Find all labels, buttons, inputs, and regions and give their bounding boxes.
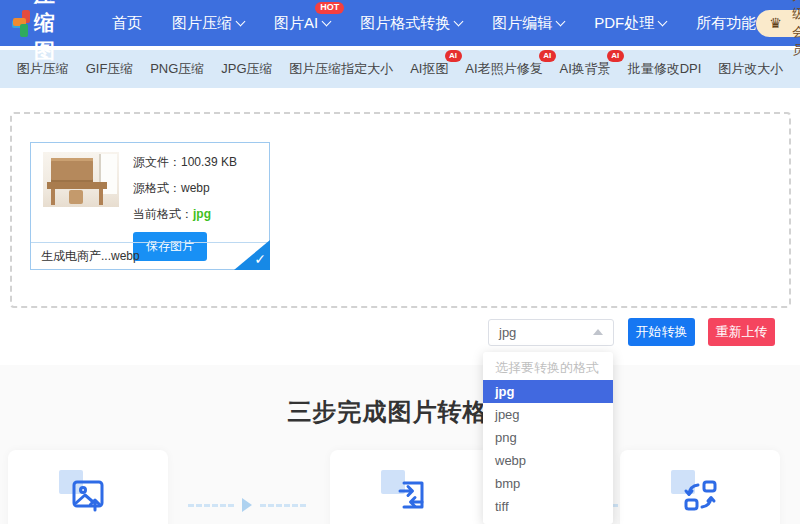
brand-name: 压缩图 <box>34 0 70 65</box>
subnav-ai-photo-restore[interactable]: AI老照片修复AI <box>465 60 542 78</box>
brand-plus-icon <box>12 10 26 37</box>
top-navbar: 压缩图 首页 图片压缩 图片AI HOT 图片格式转换 图片编辑 PDF处理 所… <box>0 0 800 46</box>
format-select-value: jpg <box>499 325 516 340</box>
nav-label: 图片压缩 <box>172 14 232 33</box>
subnav-compress-to-size[interactable]: 图片压缩指定大小 <box>289 60 393 78</box>
tools-subnav: 图片压缩 GIF压缩 PNG压缩 JPG压缩 图片压缩指定大小 AI抠图AI A… <box>0 50 800 88</box>
chevron-down-icon <box>556 16 566 26</box>
subnav-jpg-compress[interactable]: JPG压缩 <box>221 60 272 78</box>
format-select[interactable]: jpg <box>488 319 614 346</box>
file-name: 生成电商产...webp <box>41 248 140 265</box>
main-nav: 首页 图片压缩 图片AI HOT 图片格式转换 图片编辑 PDF处理 所有功能 <box>112 14 756 33</box>
subnav-ai-cutout[interactable]: AI抠图AI <box>410 60 448 78</box>
nav-label: 图片编辑 <box>492 14 552 33</box>
subnav-batch-dpi[interactable]: 批量修改DPI <box>628 60 702 78</box>
step-card-convert: 开始转换 <box>620 450 780 524</box>
crown-icon: ♛ <box>769 15 782 31</box>
subnav-label: PNG压缩 <box>150 61 204 76</box>
nav-item-image-compress[interactable]: 图片压缩 <box>172 14 244 33</box>
nav-item-image-edit[interactable]: 图片编辑 <box>492 14 564 33</box>
caret-up-icon <box>593 329 603 335</box>
subnav-label: GIF压缩 <box>86 61 134 76</box>
upload-dropzone[interactable]: 源文件：100.39 KB 源格式：webp 当前格式：jpg 保存图片 生成电… <box>10 112 791 308</box>
chevron-down-icon <box>658 16 668 26</box>
nav-item-home[interactable]: 首页 <box>112 14 142 33</box>
chevron-down-icon <box>454 16 464 26</box>
subnav-png-compress[interactable]: PNG压缩 <box>150 60 204 78</box>
convert-controls: jpg 开始转换 重新上传 <box>488 318 775 346</box>
subnav-label: 图片压缩指定大小 <box>289 61 393 76</box>
nav-label: 图片AI <box>274 14 318 33</box>
chevron-down-icon <box>322 16 332 26</box>
chevron-down-icon <box>236 16 246 26</box>
file-card-footer: 生成电商产...webp ✓ <box>31 242 269 269</box>
subnav-resize-image[interactable]: 图片改大小 <box>718 60 783 78</box>
subnav-label: JPG压缩 <box>221 61 272 76</box>
nav-label: PDF处理 <box>594 14 654 33</box>
subnav-label: AI换背景 <box>559 61 610 76</box>
nav-item-format-convert[interactable]: 图片格式转换 <box>360 14 462 33</box>
dropdown-option-jpeg[interactable]: jpeg <box>483 403 613 426</box>
dropdown-placeholder: 选择要转换的格式 <box>483 352 613 380</box>
file-thumbnail <box>43 152 119 207</box>
source-size-row: 源文件：100.39 KB <box>133 154 237 171</box>
ai-badge: AI <box>445 50 462 62</box>
dropdown-option-webp[interactable]: webp <box>483 449 613 472</box>
steps-section: 三步完成图片转格式 上传图片 选择转换格式 <box>0 365 800 524</box>
subnav-ai-background[interactable]: AI换背景AI <box>559 60 610 78</box>
source-format-row: 源格式：webp <box>133 180 237 197</box>
dropdown-option-jpg[interactable]: jpg <box>483 380 613 403</box>
hot-badge: HOT <box>315 2 344 15</box>
format-dropdown-panel: 选择要转换的格式 jpg jpeg png webp bmp tiff <box>483 352 613 524</box>
nav-item-image-ai[interactable]: 图片AI HOT <box>274 14 330 33</box>
ai-badge: AI <box>539 50 556 62</box>
subnav-label: AI抠图 <box>410 61 448 76</box>
start-convert-button[interactable]: 开始转换 <box>628 318 695 346</box>
step-card-select-format: 选择转换格式 <box>330 450 490 524</box>
nav-right: ♛ 升级会员 <box>756 9 800 37</box>
nav-label: 所有功能 <box>696 14 756 33</box>
ai-badge: AI <box>607 50 624 62</box>
convert-icon <box>680 476 720 516</box>
subnav-label: AI老照片修复 <box>465 61 542 76</box>
current-format-row: 当前格式：jpg <box>133 206 237 223</box>
upgrade-label: 升级会员 <box>787 0 800 59</box>
brand-logo[interactable]: 压缩图 <box>12 0 70 65</box>
subnav-label: 图片改大小 <box>718 61 783 76</box>
dropdown-option-png[interactable]: png <box>483 426 613 449</box>
current-format-value: jpg <box>193 207 211 221</box>
nav-label: 图片格式转换 <box>360 14 450 33</box>
dropdown-option-tiff[interactable]: tiff <box>483 495 613 518</box>
upgrade-member-button[interactable]: ♛ 升级会员 <box>756 10 800 37</box>
file-card: 源文件：100.39 KB 源格式：webp 当前格式：jpg 保存图片 生成电… <box>30 142 270 270</box>
nav-item-pdf[interactable]: PDF处理 <box>594 14 666 33</box>
nav-label: 首页 <box>112 14 142 33</box>
section-title: 三步完成图片转格式 <box>0 365 800 428</box>
upload-image-icon <box>68 476 108 516</box>
subnav-gif-compress[interactable]: GIF压缩 <box>86 60 134 78</box>
nav-item-all-features[interactable]: 所有功能 <box>696 14 756 33</box>
subnav-label: 批量修改DPI <box>628 61 702 76</box>
select-format-icon <box>390 476 430 516</box>
step-arrow-icon <box>188 498 306 512</box>
check-icon: ✓ <box>254 251 266 267</box>
dropdown-option-bmp[interactable]: bmp <box>483 472 613 495</box>
step-card-upload: 上传图片 <box>8 450 168 524</box>
reupload-button[interactable]: 重新上传 <box>708 318 775 346</box>
